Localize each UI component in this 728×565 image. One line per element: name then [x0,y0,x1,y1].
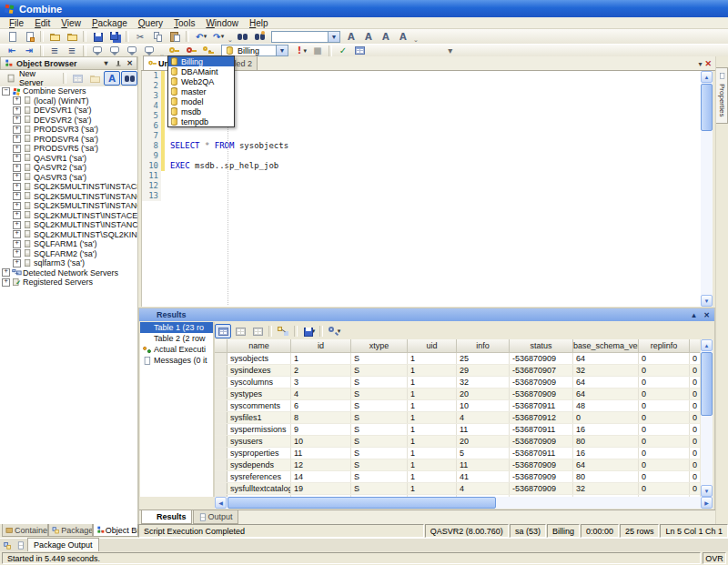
grid-cell[interactable]: 11 [291,448,351,459]
grid-cell[interactable]: 9 [291,424,351,435]
grid-cell[interactable]: 1 [408,388,457,399]
grid-cell[interactable]: 10 [291,436,351,447]
filter-servers-button[interactable] [121,71,137,86]
row-header-cell[interactable] [215,448,228,459]
object-browser-caption[interactable]: Object Browser ▾ ✕ [0,56,137,70]
package-icon[interactable] [4,541,13,550]
grid-cell[interactable]: S [351,353,408,364]
column-header-base_schema_ver[interactable]: base_schema_ver [573,339,639,352]
expand-toggle-icon[interactable]: + [13,154,21,162]
grid-cell[interactable]: 0 [690,424,700,435]
grid-cell[interactable]: sysobjects [228,353,291,364]
grid-cell[interactable]: 0 [690,377,700,388]
close-document-icon[interactable]: ✕ [704,59,712,68]
results-grid[interactable]: nameidxtypeuidinfostatusbase_schema_verr… [215,339,700,497]
expand-toggle-icon[interactable]: + [13,164,21,172]
tab-object-browser[interactable]: Object Br... [93,524,138,537]
find-combo-arrow-icon[interactable]: ▼ [328,32,339,42]
grid-cell[interactable]: 0 [690,459,700,470]
grid-cell[interactable]: 0 [690,448,700,459]
expand-toggle-icon[interactable]: + [13,183,21,191]
column-header-info[interactable]: info [457,339,510,352]
tab-output[interactable]: Output [193,510,238,524]
grid-cell[interactable]: 1 [408,412,457,423]
grid-cell[interactable]: S [351,365,408,376]
tree-item-server[interactable]: +DEVSVR1 ('sa') [0,106,137,116]
grid-cell[interactable]: 0 [639,448,690,459]
pin-icon[interactable] [114,59,123,68]
tree-item-server[interactable]: +SQL2KMULTINST\INSTACE3 ('sa') [0,211,137,221]
grid-cell[interactable]: -536870909 [510,377,573,388]
grid-cell[interactable]: S [351,448,408,459]
grid-cell[interactable]: sysreferences [228,471,291,482]
results-nav-table-2[interactable]: Table 2 (2 row [140,333,213,344]
grid-cell[interactable]: 48 [573,400,639,411]
results-collapse-icon[interactable]: ▴ [689,310,699,320]
tab-package-output[interactable]: Package Output [27,538,99,551]
tree-item-server[interactable]: +SQLFARM2 ('sa') [0,249,137,259]
tree-item-server[interactable]: +SQL2K5MULTINST\INSTACE1 ('sa') [0,182,137,192]
close-icon[interactable]: ✕ [125,58,135,68]
grid-cell[interactable]: syscomments [228,400,291,411]
column-header-name[interactable]: name [228,339,291,352]
edit-server-button[interactable] [69,71,86,86]
toolbar-overflow-icon[interactable]: ⌄ [413,36,419,44]
grid-cell[interactable]: S [351,459,408,470]
code-line[interactable]: 7 [142,131,701,141]
grid-cell[interactable]: 0 [639,400,690,411]
grid-cell[interactable]: S [351,436,408,447]
grid-cell[interactable]: sysproperties [228,448,291,459]
undo-button[interactable]: ↶▾ [192,29,208,44]
row-header-cell[interactable] [215,483,228,494]
grid-cell[interactable]: 0 [690,412,700,423]
grid-cell[interactable]: 0 [690,365,700,376]
tree-item-server[interactable]: +sqlfarm3 ('sa') [0,258,137,268]
grid-cell[interactable]: 6 [291,400,351,411]
grid-scroll-down-icon[interactable]: ▼ [701,485,713,497]
table-row[interactable]: sysfiles18S14-536870912000 [215,412,700,424]
row-header-cell[interactable] [215,388,228,399]
grid-vscroll-thumb[interactable] [701,352,713,416]
grid-cell[interactable]: sysindexes [228,365,291,376]
grid-cell[interactable]: 0 [573,412,639,423]
open-package-button[interactable] [64,29,80,44]
grid-cell[interactable]: 29 [457,365,510,376]
grid-cell[interactable]: 1 [408,400,457,411]
dropdown-item-master[interactable]: master [168,86,234,96]
grid-cell[interactable]: 0 [690,471,700,482]
grid-cell[interactable]: 0 [690,400,700,411]
zoom-results-button[interactable]: ▾ [326,324,342,338]
grid-cell[interactable]: 1 [291,353,351,364]
grid-cell[interactable]: 0 [639,412,690,423]
menu-edit[interactable]: Edit [29,18,56,28]
editor-vscrollbar[interactable]: ▲ ▼ [701,71,713,307]
row-header-cell[interactable] [215,353,228,364]
tree-item-detected-network-servers[interactable]: +Detected Network Servers [0,268,137,278]
tree-item-server[interactable]: +QASVR3 ('sa') [0,173,137,183]
menu-tools[interactable]: Tools [168,18,200,28]
editor-vscroll-thumb[interactable] [701,84,713,131]
grid-cell[interactable]: -536870909 [510,388,573,399]
server-properties-button[interactable] [86,71,103,86]
grid-cell[interactable]: -536870911 [510,448,573,459]
grid-cell[interactable]: 0 [639,471,690,482]
expand-toggle-icon[interactable]: + [13,96,21,105]
grid-cell[interactable]: 3 [291,377,351,388]
grid-cell[interactable]: S [351,388,408,399]
save-all-button[interactable] [106,29,123,44]
grid-cell[interactable]: 32 [457,377,510,388]
grid-cell[interactable]: 0 [639,377,690,388]
code-line[interactable]: 13 [142,191,701,201]
panel-menu-icon[interactable]: ▾ [101,58,111,68]
table-row[interactable]: syscomments6S110-5368709114800 [215,400,700,412]
scroll-down-icon[interactable]: ▼ [701,295,713,307]
grid-cell[interactable]: 1 [408,448,457,459]
menu-file[interactable]: File [4,18,29,28]
grid-cell[interactable]: -536870911 [510,424,573,435]
expand-toggle-icon[interactable]: + [13,106,21,115]
tree-item-server[interactable]: +SQL2KMULTINST\SQL2KINST1 ('sa') [0,230,137,240]
grid-cell[interactable]: 0 [639,483,690,494]
table-row[interactable]: sysusers10S120-5368709098000 [215,436,700,448]
dropdown-item-web2qa[interactable]: Web2QA [168,76,234,86]
row-header-cell[interactable] [215,412,228,423]
